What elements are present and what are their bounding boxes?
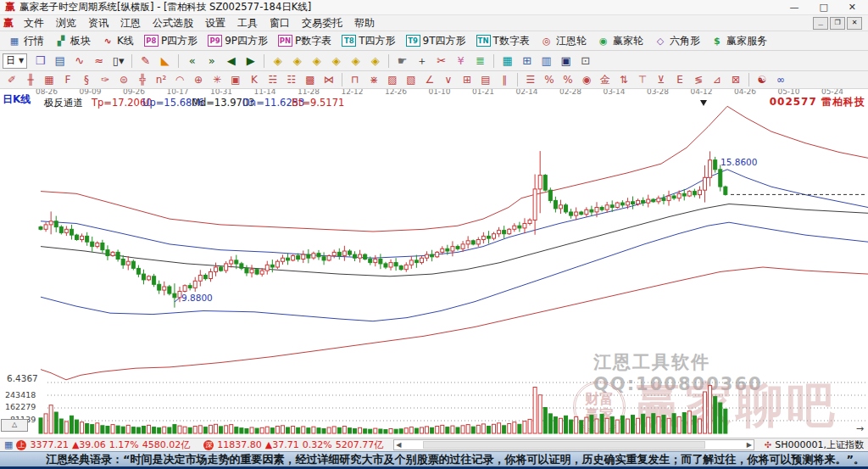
yinyang-tool[interactable]: ☯: [754, 72, 771, 87]
report-icon[interactable]: ▥: [537, 53, 555, 70]
winner-service-button[interactable]: $赢家服务: [708, 34, 770, 48]
arc-tool[interactable]: ◠: [171, 72, 189, 87]
box-select-tool[interactable]: ▣: [227, 72, 245, 87]
bars-tool[interactable]: ☰: [522, 72, 540, 87]
diamond-compress-h[interactable]: ◈: [269, 53, 287, 70]
fan-lines-tool[interactable]: ⋇: [365, 72, 383, 87]
9t-square-button[interactable]: T99T四方形: [403, 34, 469, 48]
menu-item-0[interactable]: 文件: [18, 16, 50, 31]
rows-box-tool[interactable]: ▤: [477, 72, 495, 87]
marker-tool[interactable]: ✑: [97, 72, 114, 87]
stats-tool[interactable]: ≣: [471, 53, 489, 70]
diamond-down[interactable]: ◈: [366, 53, 384, 70]
window-cascade-icon[interactable]: ❒: [31, 53, 49, 70]
menu-item-4[interactable]: 公式选股: [147, 16, 199, 31]
prev-bar-button[interactable]: ◀: [222, 53, 240, 70]
save-icon[interactable]: ▣: [557, 53, 575, 70]
menu-item-6[interactable]: 工具: [231, 16, 264, 31]
cut-tool[interactable]: ✂: [432, 53, 450, 70]
mdi-restore-button[interactable]: ❐: [830, 17, 845, 30]
circle-cross-tool[interactable]: ⊕: [190, 72, 208, 87]
menu-item-3[interactable]: 江恩: [114, 16, 147, 31]
menu-item-2[interactable]: 资讯: [82, 16, 114, 31]
angle-v-tool[interactable]: ⊻: [653, 72, 670, 87]
gann-wheel-button[interactable]: ◎江恩轮: [537, 34, 589, 48]
scrollbar-thumb[interactable]: [423, 441, 704, 449]
maximize-button[interactable]: □: [819, 2, 827, 13]
angle-lines-tool[interactable]: ∠: [421, 72, 439, 87]
infinity-tool[interactable]: ∞: [772, 72, 790, 87]
p-square-button[interactable]: P8P四方形: [142, 34, 200, 48]
star-compass-tool[interactable]: ✳: [209, 72, 226, 87]
slope-lines-tool[interactable]: ≶: [690, 72, 708, 87]
squares-grid-tool[interactable]: ☷: [283, 72, 301, 87]
fine-grid-tool[interactable]: ▩: [302, 72, 320, 87]
t-number-table-button[interactable]: TNT数字表: [474, 34, 532, 48]
square-of-nine-tool[interactable]: n²: [153, 72, 170, 87]
period-day-dropdown[interactable]: 日▼: [3, 53, 27, 69]
t-square-button[interactable]: T8T四方形: [339, 34, 398, 48]
sectors-button[interactable]: ▞板块: [52, 34, 93, 48]
price-grid-tool[interactable]: ╬: [134, 72, 152, 87]
calculator-icon[interactable]: ⊞: [518, 53, 536, 70]
pen-line-tool[interactable]: ✐: [3, 72, 21, 87]
info-panel-icon[interactable]: ▤: [51, 53, 69, 70]
time-span-tool[interactable]: ⋈: [320, 72, 338, 87]
menu-item-9[interactable]: 帮助: [348, 16, 381, 31]
p-number-table-button[interactable]: PNP数字表: [275, 34, 334, 48]
kline-button[interactable]: ∿K线: [98, 34, 136, 48]
diamond-up[interactable]: ◈: [347, 53, 364, 70]
diamond-left[interactable]: ◈: [308, 53, 326, 70]
export-icon[interactable]: ⊡: [576, 53, 594, 70]
fib-tool[interactable]: F: [59, 72, 77, 87]
menu-item-1[interactable]: 浏览: [50, 16, 82, 31]
cycle-circle-tool[interactable]: ⊜: [115, 72, 133, 87]
flat-top-tool[interactable]: ⊤: [634, 72, 652, 87]
grid-plus-tool[interactable]: ⊞: [459, 72, 476, 87]
trend-triangle-tool[interactable]: ⊿: [709, 72, 726, 87]
scroll-left-arrow[interactable]: ◀: [396, 441, 401, 449]
box-top-tool[interactable]: ⊓: [347, 72, 364, 87]
winner-wheel-button[interactable]: ◉赢家轮: [594, 34, 646, 48]
gann-square-tool[interactable]: ▦: [41, 72, 58, 87]
spiral-tool[interactable]: §: [78, 72, 96, 87]
mdi-minimize-button[interactable]: ＿: [813, 17, 828, 30]
diamond-right[interactable]: ◈: [327, 53, 345, 70]
market-quotes-button[interactable]: ▦行情: [5, 34, 47, 48]
trigram-grid-tool[interactable]: ☵: [264, 72, 282, 87]
percent-tool[interactable]: %: [559, 72, 577, 87]
crosshair-tool[interactable]: ＋: [413, 53, 431, 70]
tick-flag-tool[interactable]: ⇅: [615, 72, 633, 87]
trend-small-icon[interactable]: ∿: [70, 53, 88, 70]
horizontal-scrollbar[interactable]: ◀ ▶: [393, 439, 754, 450]
golden-line-tool[interactable]: 金: [597, 72, 615, 87]
drag-hand-tool[interactable]: ☛: [393, 53, 411, 70]
menu-item-5[interactable]: 设置: [199, 16, 231, 31]
k-mark-tool[interactable]: K: [246, 72, 264, 87]
shade-box-tool[interactable]: ▨: [384, 72, 402, 87]
9p-square-button[interactable]: P99P四方形: [205, 34, 270, 48]
next-bar-button[interactable]: ▶: [242, 53, 259, 70]
wave-tool[interactable]: ∨: [440, 72, 458, 87]
minimize-button[interactable]: —: [789, 2, 798, 13]
percent-fan-tool[interactable]: %: [541, 72, 559, 87]
gradient-tool-icon[interactable]: ◣: [156, 53, 174, 70]
first-page-button[interactable]: «: [183, 53, 201, 70]
last-page-button[interactable]: »: [203, 53, 220, 70]
candle-style-icon[interactable]: ▯▾: [109, 53, 127, 70]
menu-item-7[interactable]: 窗口: [264, 16, 296, 31]
close-button[interactable]: ✕: [849, 2, 856, 13]
trend-large-icon[interactable]: ≈: [90, 53, 108, 70]
e-lines-tool[interactable]: E: [671, 72, 689, 87]
x-box-tool[interactable]: ⊠: [727, 72, 745, 87]
highlight-tool-icon[interactable]: ✎: [136, 53, 154, 70]
hexagon-button[interactable]: ◇六角形: [651, 34, 703, 48]
golden-circle-tool[interactable]: ◉: [578, 72, 596, 87]
grid-icon[interactable]: ▦: [4, 439, 13, 450]
mdi-close-button[interactable]: ✕: [847, 17, 862, 30]
money-tool[interactable]: ¥: [452, 53, 470, 70]
time-grid-tool[interactable]: ╫: [22, 72, 40, 87]
menu-item-8[interactable]: 交易委托: [296, 16, 348, 31]
pane-expand-button[interactable]: △: [1, 419, 28, 432]
diamond-expand-h[interactable]: ◈: [288, 53, 306, 70]
